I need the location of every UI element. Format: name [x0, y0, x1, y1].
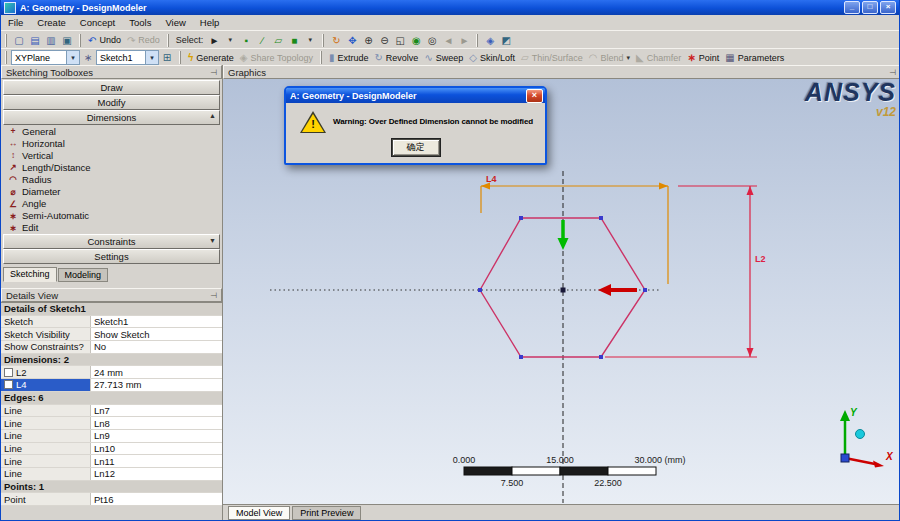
maximize-button[interactable]: □ [862, 1, 878, 14]
title-bar[interactable]: A: Geometry - DesignModeler _ □ × [1, 0, 899, 15]
dimension-tool-horizontal[interactable]: ↔ Horizontal [3, 137, 220, 149]
menu-tools[interactable]: Tools [122, 16, 158, 29]
detail-value[interactable]: Ln8 [91, 417, 222, 429]
redo-button[interactable]: ↷ Redo [124, 33, 163, 48]
skin-loft-button[interactable]: ◇ Skin/Loft [466, 50, 518, 65]
vertex-point[interactable] [519, 355, 523, 359]
detail-value[interactable]: Ln10 [91, 443, 222, 455]
dimension-tool-diameter[interactable]: ⌀ Diameter [3, 185, 220, 197]
section-draw[interactable]: Draw [3, 80, 220, 95]
detail-value[interactable]: Ln7 [91, 405, 222, 417]
dimension-tool-semi-automatic[interactable]: ∗ Semi-Automatic [3, 210, 220, 222]
menu-help[interactable]: Help [193, 16, 227, 29]
toolbar-grip[interactable] [5, 51, 7, 64]
dimension-l2[interactable]: L2 [605, 186, 766, 357]
scroll-up-icon[interactable]: ▲ [209, 112, 216, 119]
dimension-tool-general[interactable]: + General [3, 125, 220, 137]
select-mode-icon[interactable]: ► [206, 33, 222, 48]
detail-key-selected[interactable]: L4 [1, 379, 91, 391]
detail-value[interactable]: 27.713 mm [91, 379, 222, 391]
rotation-sphere-icon[interactable] [856, 430, 865, 439]
table-row[interactable]: Line Ln9 [1, 430, 222, 443]
detail-value[interactable]: 24 mm [91, 366, 222, 378]
menu-file[interactable]: File [1, 16, 30, 29]
toolbar-grip[interactable] [79, 34, 81, 47]
share-topology-button[interactable]: ◈ Share Topology [237, 50, 316, 65]
save-icon[interactable]: ▤ [27, 33, 43, 48]
zoom-out-icon[interactable]: ⊖ [376, 33, 392, 48]
toolbar-grip[interactable] [179, 51, 181, 64]
generate-button[interactable]: ϟ Generate [185, 50, 237, 65]
revolve-button[interactable]: ↻ Revolve [371, 50, 421, 65]
pin-icon[interactable]: ⊣ [210, 291, 217, 300]
triad[interactable]: Y X [840, 407, 894, 468]
section-modify[interactable]: Modify [3, 95, 220, 110]
table-row[interactable]: Point Pt16 [1, 493, 222, 506]
rotate-icon[interactable]: ↻ [328, 33, 344, 48]
tab-sketching[interactable]: Sketching [3, 267, 57, 282]
magnifier-icon[interactable]: ◎ [424, 33, 440, 48]
detail-key[interactable]: L2 [1, 366, 91, 378]
zoom-in-icon[interactable]: ⊕ [360, 33, 376, 48]
vertex-point[interactable] [519, 216, 523, 220]
close-button[interactable]: × [880, 1, 896, 14]
table-row[interactable]: Line Ln10 [1, 443, 222, 456]
box-zoom-icon[interactable]: ◱ [392, 33, 408, 48]
menu-concept[interactable]: Concept [73, 16, 122, 29]
table-row-dimension-l2[interactable]: L2 24 mm [1, 366, 222, 379]
vertex-point[interactable] [478, 288, 482, 292]
table-row[interactable]: Show Constraints? No [1, 341, 222, 354]
thin-surface-button[interactable]: ▱ Thin/Surface [518, 50, 586, 65]
table-row[interactable]: Line Ln12 [1, 468, 222, 481]
filter-vertex-icon[interactable]: ▪ [238, 33, 254, 48]
point-button[interactable]: ∗ Point [684, 50, 722, 65]
extend-selection-dropdown-icon[interactable]: ▾ [302, 33, 318, 48]
detail-value[interactable]: Ln9 [91, 430, 222, 442]
section-constraints[interactable]: Constraints ▼ [3, 234, 220, 249]
filter-face-icon[interactable]: ▱ [270, 33, 286, 48]
tab-modeling[interactable]: Modeling [58, 268, 109, 282]
parameters-button[interactable]: ▦ Parameters [722, 50, 787, 65]
detail-value[interactable]: Show Sketch [91, 328, 222, 340]
table-row[interactable]: Line Ln7 [1, 405, 222, 418]
dimension-checkbox[interactable] [4, 368, 13, 377]
scroll-down-icon[interactable]: ▼ [209, 237, 216, 244]
detail-value[interactable]: Ln11 [91, 455, 222, 467]
filter-body-icon[interactable]: ■ [286, 33, 302, 48]
chamfer-button[interactable]: ◣ Chamfer [633, 50, 684, 65]
toolbar-grip[interactable] [320, 51, 322, 64]
camera-icon[interactable]: ▣ [59, 33, 75, 48]
menu-create[interactable]: Create [30, 16, 73, 29]
extrude-button[interactable]: ▮ Extrude [326, 50, 372, 65]
toolbar-grip[interactable] [167, 34, 169, 47]
look-at-face-icon[interactable]: ◩ [498, 33, 514, 48]
filter-edge-icon[interactable]: ∕ [254, 33, 270, 48]
dimension-checkbox[interactable] [4, 380, 13, 389]
table-row[interactable]: Sketch Visibility Show Sketch [1, 328, 222, 341]
vertex-point[interactable] [599, 355, 603, 359]
plane-select[interactable]: XYPlane ▾ [11, 50, 80, 65]
table-row-dimension-l4[interactable]: L4 27.713 mm [1, 379, 222, 392]
pin-icon[interactable]: ⊣ [210, 68, 217, 77]
blend-button[interactable]: ◠ Blend ▾ [586, 50, 633, 65]
sweep-button[interactable]: ∿ Sweep [421, 50, 466, 65]
tab-print-preview[interactable]: Print Preview [292, 506, 361, 520]
dimension-tool-length-distance[interactable]: ↗ Length/Distance [3, 161, 220, 173]
detail-value[interactable]: Pt16 [91, 493, 222, 505]
undo-button[interactable]: ↶ Undo [85, 33, 124, 48]
minimize-button[interactable]: _ [844, 1, 860, 14]
chevron-down-icon[interactable]: ▾ [145, 51, 158, 64]
dimension-tool-radius[interactable]: ◠ Radius [3, 173, 220, 185]
detail-value[interactable]: No [91, 341, 222, 353]
new-plane-icon[interactable]: ∗ [80, 50, 96, 65]
table-row[interactable]: Line Ln8 [1, 417, 222, 430]
detail-value[interactable]: Sketch1 [91, 316, 222, 328]
isometric-view-icon[interactable]: ◈ [482, 33, 498, 48]
export-icon[interactable]: ▥ [43, 33, 59, 48]
pan-icon[interactable]: ✥ [344, 33, 360, 48]
dimension-tool-angle[interactable]: ∠ Angle [3, 198, 220, 210]
pin-icon[interactable]: ⊣ [889, 68, 896, 77]
select-mode-dropdown-icon[interactable]: ▾ [222, 33, 238, 48]
dimension-tool-edit[interactable]: ∗ Edit [3, 222, 220, 231]
new-sketch-icon[interactable]: ⊞ [159, 50, 175, 65]
